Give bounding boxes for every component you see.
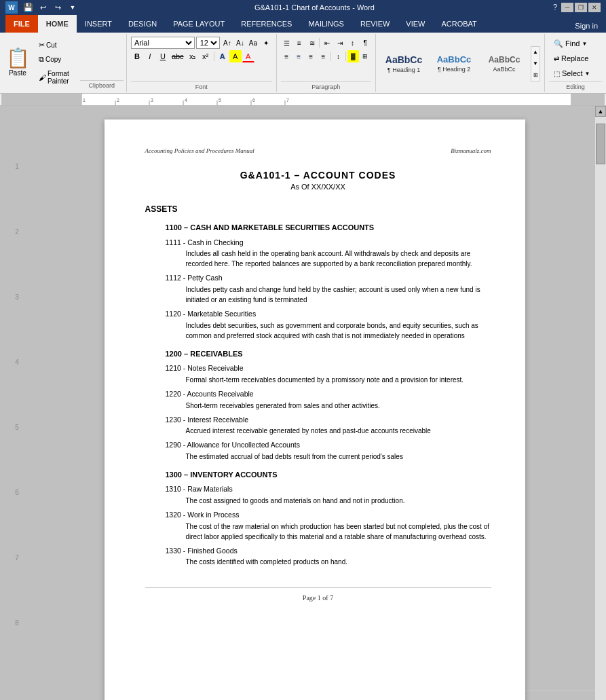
svg-text:3: 3 [151, 98, 153, 103]
border-btn[interactable]: ⊞ [360, 50, 371, 62]
svg-text:6: 6 [252, 98, 255, 103]
tab-home[interactable]: HOME [38, 15, 77, 33]
account-1111: 1111 - Cash in Checking [166, 238, 491, 248]
paragraph-label: Paragraph [281, 81, 371, 90]
right-scrollbar: ▲ ▼ [595, 106, 606, 700]
section-1100: 1100 – CASH AND MARKETABLE SECURITIES AC… [166, 223, 491, 233]
font-size-select[interactable]: 12 [196, 37, 220, 49]
cut-button[interactable]: ✂ Cut [35, 39, 79, 51]
tab-view[interactable]: VIEW [398, 15, 433, 33]
save-quick-btn[interactable]: 💾 [22, 1, 34, 14]
underline-button[interactable]: U [157, 50, 169, 62]
select-button[interactable]: ⬚ Select ▼ [549, 67, 602, 80]
sign-in-btn[interactable]: Sign in [567, 19, 606, 33]
account-1210-desc: Formal short-term receivables documented… [186, 375, 491, 385]
title-bar: W 💾 ↩ ↪ ▼ G&A101-1 Chart of Accounts - W… [0, 0, 606, 15]
tab-page-layout[interactable]: PAGE LAYOUT [165, 15, 233, 33]
doc-title: G&A101-1 – ACCOUNT CODES As Of XX/XX/XX [145, 169, 491, 193]
align-left-btn[interactable]: ≡ [281, 50, 292, 62]
font-shrink-btn[interactable]: A↓ [234, 37, 246, 49]
align-center-btn[interactable]: ≡ [293, 50, 305, 62]
find-icon: 🔍 [554, 39, 563, 48]
ribbon-tabs: FILE HOME INSERT DESIGN PAGE LAYOUT REFE… [0, 15, 606, 33]
tab-references[interactable]: REFERENCES [233, 15, 300, 33]
strikethrough-button[interactable]: abc [170, 50, 186, 62]
scroll-track[interactable] [595, 117, 606, 700]
document[interactable]: Accounting Policies and Procedures Manua… [105, 119, 525, 700]
margin-1: 1 [15, 160, 19, 225]
undo-quick-btn[interactable]: ↩ [37, 1, 49, 14]
account-1210: 1210 - Notes Receivable [166, 363, 491, 373]
account-1220-desc: Short-term receivables generated from sa… [186, 401, 491, 411]
doc-wrapper: Accounting Policies and Procedures Manua… [34, 106, 595, 700]
minimize-btn[interactable]: ─ [561, 3, 573, 12]
help-btn[interactable]: ? [550, 3, 560, 12]
svg-text:1: 1 [83, 98, 86, 103]
account-1320: 1320 - Work in Process [166, 510, 491, 520]
account-1120: 1120 - Marketable Securities [166, 309, 491, 319]
account-1120-desc: Includes debt securities, such as govern… [186, 320, 491, 341]
select-icon: ⬚ [554, 70, 560, 77]
redo-quick-btn[interactable]: ↪ [52, 1, 64, 14]
account-1220: 1220 - Accounts Receivable [166, 389, 491, 399]
header-right: Bizmanualz.com [451, 147, 491, 155]
font-name-select[interactable]: Arial [131, 37, 195, 49]
italic-button[interactable]: I [144, 50, 156, 62]
shading-btn[interactable]: ▓ [347, 50, 359, 62]
increase-indent-btn[interactable]: ⇥ [334, 37, 346, 49]
doc-subtitle: As Of XX/XX/XX [145, 182, 491, 192]
restore-btn[interactable]: ❐ [575, 3, 587, 12]
bullets-btn[interactable]: ☰ [281, 37, 293, 49]
customize-quick-btn[interactable]: ▼ [67, 1, 79, 14]
superscript-button[interactable]: x² [200, 50, 212, 62]
align-right-btn[interactable]: ≡ [305, 50, 317, 62]
account-1330-desc: The costs identified with completed prod… [186, 557, 491, 567]
font-grow-btn[interactable]: A↑ [221, 37, 233, 49]
show-hide-btn[interactable]: ¶ [359, 37, 371, 49]
tab-file[interactable]: FILE [5, 15, 38, 33]
line-spacing-btn[interactable]: ↕ [333, 50, 344, 62]
decrease-indent-btn[interactable]: ⇤ [321, 37, 333, 49]
format-painter-button[interactable]: 🖌 Format Painter [35, 69, 79, 86]
account-1230: 1230 - Interest Receivable [166, 415, 491, 425]
paste-button[interactable]: 📋 Paste [3, 37, 33, 89]
tab-insert[interactable]: INSERT [77, 15, 120, 33]
justify-btn[interactable]: ≡ [318, 50, 329, 62]
ruler: 1 2 3 4 5 6 7 [0, 94, 606, 106]
font-group: Arial 12 A↑ A↓ Aa ✦ B I U abc x₂ x² A A … [127, 34, 277, 92]
section-1300: 1300 – INVENTORY ACCOUNTS [166, 470, 491, 480]
style-heading2[interactable]: AaBbCc ¶ Heading 2 [430, 45, 478, 82]
multilevel-btn[interactable]: ≋ [306, 37, 318, 49]
style-heading3[interactable]: AaBbCc AaBbCc [480, 45, 528, 82]
close-btn[interactable]: ✕ [588, 3, 601, 12]
tab-design[interactable]: DESIGN [120, 15, 165, 33]
copy-button[interactable]: ⧉ Copy [35, 54, 79, 65]
tab-mailings[interactable]: MAILINGS [300, 15, 352, 33]
subscript-button[interactable]: x₂ [187, 50, 199, 62]
margin-2: 2 [15, 225, 19, 291]
account-1112-desc: Includes petty cash and change fund held… [186, 284, 491, 305]
styles-group: AaBbCc ¶ Heading 1 AaBbCc ¶ Heading 2 Aa… [376, 34, 545, 92]
account-1310-desc: The cost assigned to goods and materials… [186, 496, 491, 506]
replace-button[interactable]: ⇄ Replace [549, 52, 602, 65]
style-heading1[interactable]: AaBbCc ¶ Heading 1 [380, 45, 428, 82]
bold-button[interactable]: B [131, 50, 143, 62]
svg-text:5: 5 [219, 98, 221, 103]
font-color-btn[interactable]: A [242, 50, 254, 62]
section-1200: 1200 – RECEIVABLES [166, 349, 491, 359]
margin-6: 6 [15, 486, 19, 551]
change-case-btn[interactable]: Aa [247, 37, 259, 49]
find-button[interactable]: 🔍 Find ▼ [549, 37, 602, 50]
text-highlight-btn[interactable]: A [229, 50, 242, 62]
ruler-left [1, 94, 81, 105]
sort-btn[interactable]: ↕ [347, 37, 359, 49]
styles-scroll-btn[interactable]: ▲ ▼ ⊞ [531, 46, 540, 81]
margin-5: 5 [15, 421, 19, 486]
tab-review[interactable]: REVIEW [352, 15, 398, 33]
scroll-up-btn[interactable]: ▲ [595, 106, 606, 117]
text-effect-btn[interactable]: A [216, 50, 229, 62]
tab-acrobat[interactable]: ACROBAT [433, 15, 485, 33]
scroll-thumb[interactable] [596, 124, 605, 164]
numbering-btn[interactable]: ≡ [293, 37, 305, 49]
clear-format-btn[interactable]: ✦ [261, 37, 272, 49]
